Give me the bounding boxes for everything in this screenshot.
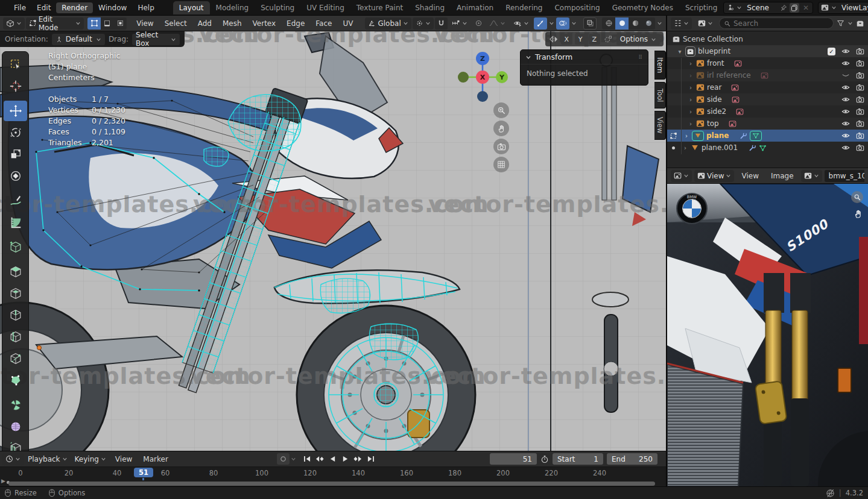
outliner-row-side2[interactable]: › side2 bbox=[667, 105, 868, 118]
tool-loop-cut-button[interactable] bbox=[4, 327, 27, 347]
overlays-toggle[interactable] bbox=[556, 17, 569, 30]
transform-panel-title[interactable]: Transform bbox=[535, 52, 572, 61]
scene-selector[interactable]: Scene ✕ bbox=[723, 2, 813, 14]
workspace-tab-layout[interactable]: Layout bbox=[173, 1, 210, 14]
proportional-editing-toggle[interactable] bbox=[472, 17, 485, 30]
timeline-collapse-arrow[interactable]: ▶ bbox=[1, 478, 5, 484]
image-editor-type-button[interactable] bbox=[671, 170, 692, 182]
edge-select-mode-button[interactable] bbox=[101, 17, 114, 30]
play-reverse-button[interactable] bbox=[326, 453, 339, 465]
chevron-down-icon[interactable] bbox=[847, 20, 853, 26]
stopwatch-icon[interactable] bbox=[540, 455, 549, 463]
timeline-hscrollbar[interactable] bbox=[8, 482, 655, 486]
image-browse-button[interactable] bbox=[801, 170, 822, 182]
gizmos-toggle[interactable] bbox=[534, 17, 547, 30]
tool-edge-slide-button[interactable] bbox=[4, 438, 27, 451]
camera-icon[interactable] bbox=[856, 59, 864, 67]
outliner-row-rear[interactable]: › rear bbox=[667, 81, 868, 93]
show-gizmo-selector[interactable] bbox=[510, 17, 532, 30]
menu-file[interactable]: File bbox=[8, 2, 31, 13]
camera-icon[interactable] bbox=[856, 119, 864, 128]
search-input[interactable] bbox=[733, 19, 829, 28]
panel-drag-handle[interactable]: ⠿ bbox=[638, 54, 643, 60]
shading-rendered-button[interactable] bbox=[642, 17, 655, 30]
options-dropdown[interactable]: Options bbox=[616, 34, 660, 45]
vertex-select-mode-button[interactable] bbox=[87, 17, 101, 30]
tool-rotate-button[interactable] bbox=[4, 122, 27, 143]
jump-to-start-button[interactable] bbox=[301, 453, 314, 465]
outliner-search[interactable] bbox=[719, 17, 834, 29]
navigation-axis-gizmo[interactable]: Z Y X bbox=[454, 48, 514, 108]
eye-icon[interactable] bbox=[841, 119, 850, 128]
chevron-down-icon[interactable] bbox=[549, 20, 554, 26]
current-frame-field[interactable]: 51 bbox=[490, 453, 537, 465]
camera-icon[interactable] bbox=[856, 95, 864, 104]
outliner-row-scene-collection[interactable]: Scene Collection bbox=[667, 33, 868, 45]
3d-viewport-canvas[interactable]: vector-templates.comvector-templates.com… bbox=[0, 31, 666, 451]
image-view-menu[interactable]: View bbox=[737, 172, 763, 180]
network-offline-icon[interactable] bbox=[826, 489, 835, 498]
menu-select[interactable]: Select bbox=[160, 19, 192, 28]
chevron-down-icon[interactable] bbox=[571, 20, 577, 26]
tool-extrude-region-button[interactable] bbox=[4, 262, 27, 282]
outliner-row-plane-001[interactable]: › plane.001 bbox=[667, 142, 868, 154]
end-frame-field[interactable]: End250 bbox=[607, 453, 657, 465]
filter-icon[interactable] bbox=[837, 19, 844, 27]
eye-icon[interactable] bbox=[841, 131, 850, 140]
chevron-down-icon[interactable] bbox=[657, 20, 662, 26]
xray-toggle[interactable] bbox=[583, 17, 597, 30]
zoom-button[interactable] bbox=[493, 102, 509, 118]
eye-icon[interactable] bbox=[841, 95, 850, 104]
camera-view-button[interactable] bbox=[493, 139, 509, 154]
timeline-ruler[interactable]: 0 20 40 60 80 100 120 140 160 180 200 22… bbox=[0, 467, 666, 480]
menu-help[interactable]: Help bbox=[132, 2, 159, 13]
pin-icon[interactable] bbox=[780, 4, 787, 11]
outliner-row-top[interactable]: › top bbox=[667, 118, 868, 130]
orthographic-grid-button[interactable] bbox=[493, 157, 509, 172]
shading-wireframe-button[interactable] bbox=[602, 17, 615, 30]
unlink-scene-button[interactable]: ✕ bbox=[802, 4, 810, 12]
workspace-tab-texture-paint[interactable]: Texture Paint bbox=[350, 1, 409, 14]
mirror-z-toggle[interactable]: Z bbox=[589, 34, 600, 45]
snap-toggle-button[interactable] bbox=[435, 17, 448, 30]
image-editor-canvas[interactable]: S1000 bbox=[667, 184, 868, 486]
outliner-editor-type-button[interactable] bbox=[671, 17, 692, 30]
orientation-dropdown[interactable]: Default bbox=[52, 34, 105, 45]
shading-solid-button[interactable] bbox=[615, 17, 629, 30]
camera-icon[interactable] bbox=[856, 47, 864, 55]
tool-smooth-button[interactable] bbox=[4, 416, 27, 437]
tool-cursor-button[interactable] bbox=[4, 76, 27, 96]
workspace-tab-compositing[interactable]: Compositing bbox=[548, 1, 606, 14]
menu-mesh[interactable]: Mesh bbox=[218, 19, 247, 28]
camera-icon[interactable] bbox=[856, 143, 864, 152]
pivot-point-selector[interactable] bbox=[413, 17, 434, 30]
timeline-marker-menu[interactable]: Marker bbox=[138, 455, 173, 463]
playback-menu[interactable]: Playback bbox=[25, 453, 71, 465]
tool-measure-button[interactable] bbox=[4, 212, 27, 233]
menu-uv[interactable]: UV bbox=[338, 19, 358, 28]
drag-dropdown[interactable]: Select Box bbox=[132, 34, 180, 45]
tool-bevel-button[interactable] bbox=[4, 305, 27, 325]
tool-add-cube-button[interactable] bbox=[4, 237, 27, 257]
workspace-tab-shading[interactable]: Shading bbox=[409, 1, 451, 14]
snap-base-icon[interactable] bbox=[604, 35, 613, 43]
tool-transform-button[interactable] bbox=[4, 166, 27, 186]
shading-material-button[interactable] bbox=[629, 17, 642, 30]
mode-selector[interactable]: Edit Mode bbox=[26, 17, 84, 30]
workspace-tab-scripting[interactable]: Scripting bbox=[679, 1, 723, 14]
outliner-row-plane[interactable]: › plane bbox=[667, 130, 868, 142]
eye-icon[interactable] bbox=[841, 107, 850, 116]
eye-icon[interactable] bbox=[841, 47, 850, 55]
camera-icon[interactable] bbox=[856, 107, 864, 116]
menu-view[interactable]: View bbox=[131, 19, 158, 28]
new-collection-button[interactable] bbox=[856, 19, 864, 28]
jump-to-end-button[interactable] bbox=[364, 453, 377, 465]
tool-scale-button[interactable] bbox=[4, 144, 27, 165]
tool-select-box-button[interactable] bbox=[4, 54, 27, 75]
tool-annotate-button[interactable] bbox=[4, 190, 27, 211]
outliner-row-blueprint[interactable]: ▾ blueprint ✓ bbox=[667, 45, 868, 57]
menu-face[interactable]: Face bbox=[311, 19, 337, 28]
previous-keyframe-button[interactable] bbox=[314, 453, 326, 465]
eye-icon[interactable] bbox=[841, 59, 850, 67]
tool-move-button[interactable] bbox=[4, 101, 27, 121]
